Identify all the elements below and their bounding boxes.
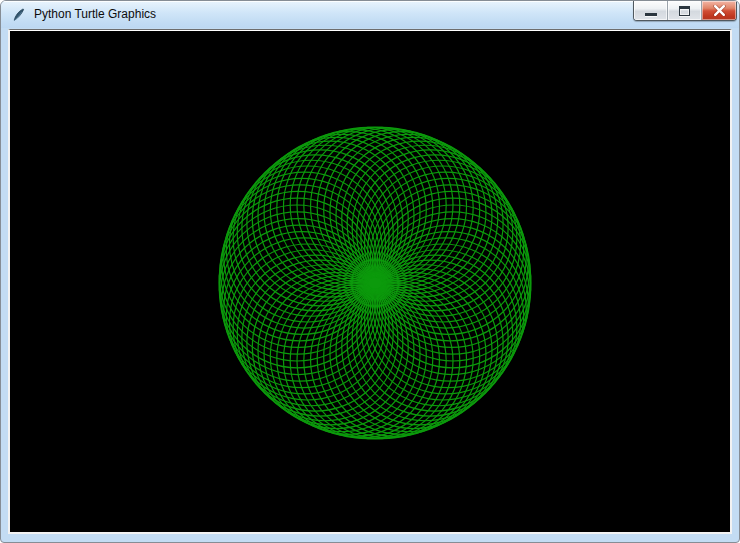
window-title: Python Turtle Graphics <box>34 7 156 22</box>
client-area <box>1 28 739 542</box>
tk-feather-icon[interactable] <box>11 7 27 23</box>
canvas-border <box>8 29 732 534</box>
titlebar[interactable]: Python Turtle Graphics <box>1 1 739 28</box>
maximize-button[interactable] <box>668 1 702 20</box>
close-icon <box>713 5 726 16</box>
minimize-icon <box>645 13 657 16</box>
turtle-canvas <box>10 30 730 532</box>
close-button[interactable] <box>702 1 736 20</box>
maximize-icon <box>679 6 690 16</box>
window-controls <box>633 1 737 21</box>
turtle-graphics-window: Python Turtle Graphics <box>0 0 740 543</box>
minimize-button[interactable] <box>634 1 668 20</box>
turtle-cursor <box>368 278 382 289</box>
